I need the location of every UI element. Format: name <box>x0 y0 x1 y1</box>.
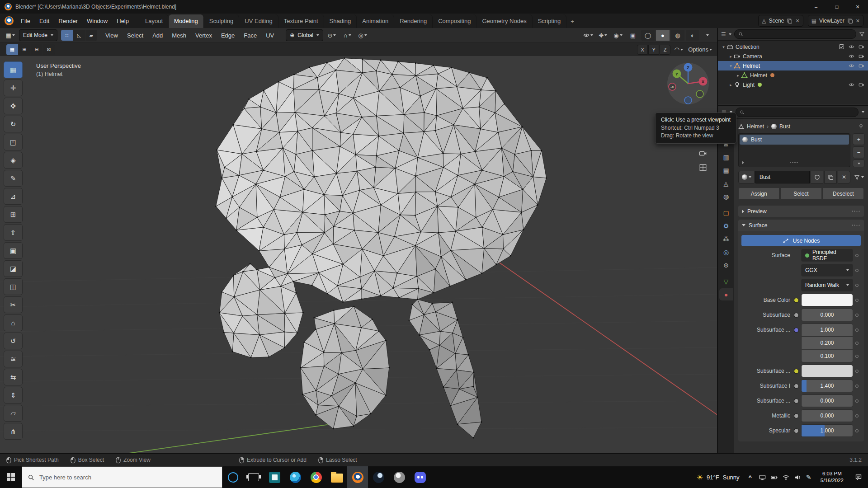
tool-add-cube[interactable]: ⊞ <box>4 206 23 223</box>
chevron-up-icon[interactable]: ^ <box>745 474 756 481</box>
camera-icon[interactable] <box>859 82 864 88</box>
surface-panel-header[interactable]: Surface <box>738 220 864 231</box>
tool-extrude-region[interactable]: ⇧ <box>4 224 23 241</box>
select-mode-new[interactable]: ▦ <box>6 44 18 55</box>
taskbar-edge-button[interactable] <box>285 466 306 488</box>
eye-icon[interactable] <box>849 82 854 88</box>
add-slot-button[interactable]: + <box>853 133 865 145</box>
workspace-tab-texture-paint[interactable]: Texture Paint <box>278 14 324 28</box>
workspace-add-button[interactable]: + <box>566 15 578 28</box>
viewport-menu-edge[interactable]: Edge <box>217 30 239 41</box>
editor-type-button[interactable]: ▦ <box>4 30 17 41</box>
decorator-icon[interactable] <box>853 314 861 317</box>
property-field-surface[interactable]: Principled BSDF <box>801 249 853 262</box>
display-icon[interactable] <box>759 474 766 481</box>
decorator-icon[interactable] <box>853 385 861 388</box>
taskbar-discord-button[interactable] <box>410 466 430 488</box>
properties-tab-physics[interactable]: ◎ <box>719 246 733 258</box>
menu-edit[interactable]: Edit <box>35 15 54 27</box>
decorator-icon[interactable] <box>853 254 861 257</box>
workspace-tab-modeling[interactable]: Modeling <box>169 14 204 28</box>
new-scene-icon[interactable] <box>787 18 793 24</box>
workspace-tab-compositing[interactable]: Compositing <box>433 14 476 28</box>
tool-annotate[interactable]: ✎ <box>4 170 23 187</box>
property-field-subsurface[interactable] <box>801 365 853 377</box>
options-dropdown[interactable]: Options <box>687 44 713 55</box>
menu-render[interactable]: Render <box>54 15 82 27</box>
taskbar-steam-button[interactable] <box>368 466 389 488</box>
properties-search-input[interactable] <box>747 109 854 115</box>
camera-icon[interactable] <box>859 53 864 59</box>
taskbar-cortana-button[interactable] <box>222 466 243 488</box>
outliner-row-collection[interactable]: ▾Collection <box>718 42 868 52</box>
eye-icon[interactable] <box>849 44 854 50</box>
show-gizmo[interactable]: ✥ <box>596 30 610 41</box>
property-field-option-7[interactable]: 0.100 <box>801 350 853 362</box>
viewport-menu-select[interactable]: Select <box>123 30 148 41</box>
workspace-tab-layout[interactable]: Layout <box>140 14 169 28</box>
select-mode-extend[interactable]: ⊞ <box>19 44 30 55</box>
properties-tab-object-data[interactable]: ▽ <box>719 275 733 287</box>
taskbar-blender-button[interactable] <box>347 466 368 488</box>
browse-material-button[interactable] <box>738 171 755 183</box>
mirror-y-toggle[interactable]: Y <box>648 45 659 55</box>
tool-bevel[interactable]: ◪ <box>4 260 23 277</box>
viewport-menu-face[interactable]: Face <box>239 30 261 41</box>
outliner-row-camera[interactable]: ▸Camera <box>718 52 868 61</box>
taskbar-chrome-button[interactable] <box>306 466 326 488</box>
tool-knife[interactable]: ✂ <box>4 296 23 313</box>
workspace-tab-geometry-nodes[interactable]: Geometry Nodes <box>476 14 532 28</box>
navigation-gizmo[interactable]: X Y Z -X <box>665 61 711 106</box>
property-field-subsurface-i[interactable]: 1.400 <box>801 380 853 392</box>
pivot-point-button[interactable]: ⊙ <box>325 30 339 41</box>
gizmo-negative-z-axis[interactable] <box>684 97 692 104</box>
mode-dropdown[interactable]: Edit Mode <box>19 29 57 41</box>
close-button[interactable]: ✕ <box>847 0 868 14</box>
workspace-tab-uv-editing[interactable]: UV Editing <box>239 14 278 28</box>
perspective-toggle-icon[interactable] <box>699 164 707 172</box>
menu-window[interactable]: Window <box>82 15 112 27</box>
taskbar-task-view-button[interactable] <box>243 466 264 488</box>
expander-icon[interactable]: ▸ <box>728 83 734 87</box>
tool-rip-region[interactable]: ⋔ <box>4 423 23 440</box>
workspace-tab-sculpting[interactable]: Sculpting <box>204 14 239 28</box>
workspace-tab-rendering[interactable]: Rendering <box>394 14 433 28</box>
tool-select-box[interactable]: ▦ <box>4 61 23 78</box>
breadcrumb-material[interactable]: Bust <box>779 123 790 130</box>
viewport-menu-mesh[interactable]: Mesh <box>167 30 191 41</box>
new-material-button[interactable] <box>824 171 837 183</box>
shading-rendered[interactable]: ◐ <box>686 30 699 41</box>
mirror-x-toggle[interactable]: X <box>637 45 648 55</box>
menu-help[interactable]: Help <box>112 15 133 27</box>
checkbox-icon[interactable] <box>839 44 844 50</box>
mirror-z-toggle[interactable]: Z <box>660 45 670 55</box>
taskbar-search-input[interactable] <box>38 474 217 481</box>
decorator-icon[interactable] <box>853 299 861 302</box>
tool-scale[interactable]: ◳ <box>4 134 23 150</box>
decorator-icon[interactable] <box>853 399 861 403</box>
material-slot-row[interactable]: Bust <box>740 135 849 145</box>
outliner-search-input[interactable] <box>745 31 852 38</box>
properties-tab-material[interactable]: ● <box>719 288 733 300</box>
battery-icon[interactable] <box>771 474 778 481</box>
expander-icon[interactable]: ▸ <box>735 73 741 78</box>
slot-specials-button[interactable] <box>853 160 865 167</box>
decorator-icon[interactable] <box>853 284 861 287</box>
tool-spin[interactable]: ↺ <box>4 333 23 349</box>
eye-icon[interactable] <box>849 53 854 59</box>
decorator-icon[interactable] <box>853 269 861 272</box>
use-nodes-button[interactable]: Use Nodes <box>741 235 861 246</box>
camera-view-icon[interactable] <box>699 149 707 157</box>
taskbar-store-button[interactable] <box>264 466 285 488</box>
tool-transform[interactable]: ◈ <box>4 152 23 169</box>
remove-slot-button[interactable]: − <box>853 146 865 158</box>
properties-tab-modifiers[interactable]: ⚙ <box>719 220 733 232</box>
property-field-subsurface[interactable]: 0.000 <box>801 394 853 407</box>
camera-icon[interactable] <box>859 63 864 69</box>
tool-shear[interactable]: ▱ <box>4 405 23 422</box>
properties-tab-view-layer[interactable]: ▤ <box>719 164 733 176</box>
toggle-xray[interactable]: ▣ <box>626 30 640 41</box>
viewlayer-selector[interactable]: ▤ ViewLayer ✕ <box>808 15 863 27</box>
preview-panel-header[interactable]: Preview <box>738 206 864 217</box>
properties-tab-constraints[interactable]: ⊛ <box>719 259 733 271</box>
